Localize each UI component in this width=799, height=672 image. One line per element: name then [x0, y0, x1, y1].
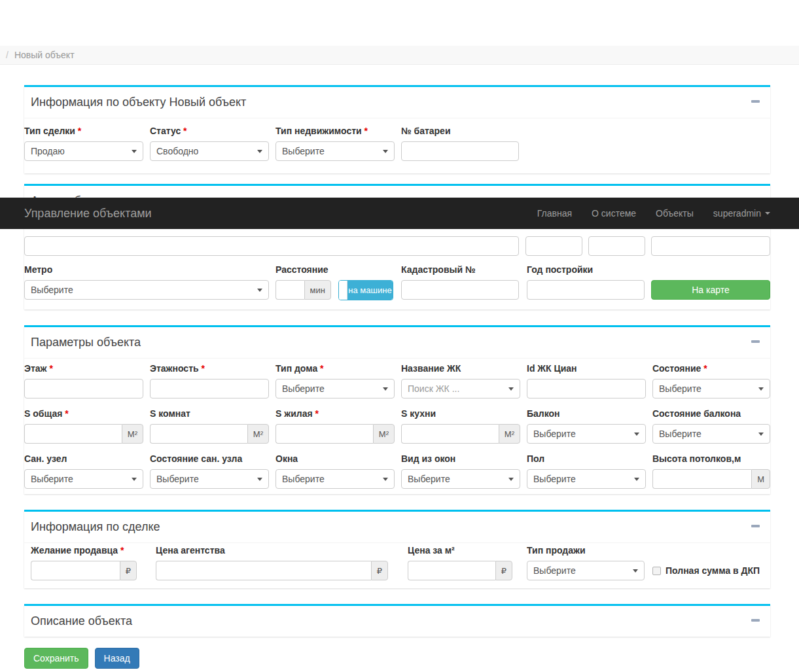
build-year-input[interactable] [527, 280, 645, 300]
address-extra-input-1[interactable] [525, 236, 582, 256]
section-params: Параметры объекта Этаж * Этажность * Тип… [24, 325, 770, 494]
complex-name-label: Название ЖК [401, 363, 520, 374]
bathroom-label: Сан. узел [24, 453, 143, 465]
section-title: Информация по объекту Новый объект [31, 96, 246, 109]
cadastre-input[interactable] [401, 280, 519, 300]
section-title: Описание объекта [31, 614, 132, 628]
section-deal-body: Желание продавца * ₽ Цена агентства ₽ Це… [24, 543, 770, 588]
sale-type-select[interactable]: Выберите [527, 561, 645, 580]
user-menu-label: superadmin [713, 208, 761, 219]
chevron-down-icon [132, 150, 137, 153]
balcony-state-label: Состояние балкона [652, 408, 770, 419]
toggle-knob [339, 281, 347, 300]
battery-number-label: № батареи [401, 126, 519, 137]
breadcrumb: / Новый объект [0, 46, 799, 65]
ceiling-height-label: Высота потолков,м [652, 453, 770, 465]
condition-select[interactable]: Выберите [652, 379, 770, 398]
collapse-minus-icon[interactable] [751, 619, 760, 622]
metro-label: Метро [24, 264, 269, 275]
minutes-addon: мин [304, 280, 331, 300]
ruble-addon: ₽ [371, 561, 388, 580]
area-rooms-label: S комнат [150, 408, 269, 419]
cian-id-label: Id ЖК Циан [527, 363, 646, 374]
chevron-down-icon [634, 478, 639, 481]
windows-label: Окна [275, 453, 395, 465]
nav-link-about[interactable]: О системе [582, 208, 646, 219]
collapse-minus-icon[interactable] [751, 340, 760, 343]
full-sum-dkp-label: Полная сумма в ДКП [666, 565, 760, 576]
floor-input[interactable] [24, 379, 143, 398]
ruble-addon: ₽ [495, 561, 512, 580]
bathroom-select[interactable]: Выберите [24, 469, 143, 489]
chevron-down-icon [508, 387, 514, 391]
collapse-minus-icon[interactable] [751, 100, 760, 103]
seller-wish-input[interactable] [31, 561, 120, 580]
m2-addon: М² [499, 424, 520, 444]
section-description: Описание объекта [24, 604, 770, 637]
address-extra-input-2[interactable] [588, 236, 645, 256]
section-params-header: Параметры объекта [24, 327, 770, 359]
agency-price-input[interactable] [156, 561, 371, 580]
nav-link-home[interactable]: Главная [527, 208, 582, 219]
chevron-down-icon [758, 387, 764, 391]
cian-id-input[interactable] [527, 379, 646, 398]
chevron-down-icon [633, 569, 638, 573]
section-deal-header: Информация по сделке [24, 512, 770, 543]
deal-type-select[interactable]: Продаю [24, 141, 143, 161]
m2-addon: М² [122, 424, 143, 444]
area-kitchen-input[interactable] [401, 424, 499, 444]
distance-input[interactable] [275, 280, 304, 300]
condition-label: Состояние * [652, 363, 770, 374]
section-title: Параметры объекта [31, 336, 141, 349]
nav-link-objects[interactable]: Объекты [646, 208, 703, 219]
floor-cover-select[interactable]: Выберите [527, 469, 646, 489]
save-button[interactable]: Сохранить [24, 648, 88, 669]
address-extra-input-3[interactable] [651, 236, 770, 256]
balcony-state-select[interactable]: Выберите [652, 424, 770, 444]
area-total-input[interactable] [24, 424, 122, 444]
balcony-select[interactable]: Выберите [527, 424, 646, 444]
chevron-down-icon [257, 289, 262, 292]
battery-number-input[interactable] [401, 141, 519, 161]
user-menu-dropdown[interactable]: superadmin [703, 208, 770, 219]
floors-total-label: Этажность * [150, 363, 269, 374]
address-input[interactable] [24, 236, 519, 256]
windows-select[interactable]: Выберите [275, 469, 395, 489]
realty-type-select[interactable]: Выберите [275, 141, 395, 161]
by-car-toggle[interactable]: на машине [338, 280, 393, 300]
full-sum-dkp-checkbox[interactable] [652, 567, 661, 575]
floor-cover-label: Пол [527, 453, 646, 465]
house-type-label: Тип дома * [275, 363, 395, 374]
floors-total-input[interactable] [150, 379, 269, 398]
house-type-select[interactable]: Выберите [275, 379, 395, 398]
bathroom-state-label: Состояние сан. узла [150, 453, 269, 465]
collapse-minus-icon[interactable] [751, 525, 760, 527]
form-container: Информация по объекту Новый объект Тип с… [24, 85, 770, 669]
price-per-m2-input[interactable] [408, 561, 495, 580]
area-rooms-input[interactable] [150, 424, 247, 444]
status-label: Статус * [150, 126, 269, 137]
area-living-input[interactable] [275, 424, 373, 444]
status-select[interactable]: Свободно [150, 141, 269, 161]
window-view-select[interactable]: Выберите [401, 469, 520, 489]
cadastre-label: Кадастровый № [401, 264, 519, 275]
complex-search-select[interactable]: Поиск ЖК ... [401, 379, 520, 398]
section-title: Информация по сделке [31, 520, 160, 533]
ruble-addon: ₽ [120, 561, 137, 580]
ceiling-height-input[interactable] [652, 469, 751, 489]
metro-select[interactable]: Выберите [24, 280, 269, 300]
chevron-down-icon [758, 433, 764, 436]
build-year-label: Год постройки [527, 264, 645, 275]
navbar-brand[interactable]: Управление объектами [0, 207, 152, 221]
section-deal: Информация по сделке Желание продавца * … [24, 510, 770, 588]
seller-wish-label: Желание продавца * [31, 545, 137, 556]
sale-type-label: Тип продажи [527, 545, 645, 556]
back-button[interactable]: Назад [95, 648, 139, 669]
chevron-down-icon [383, 150, 388, 153]
distance-label: Расстояние [275, 264, 331, 275]
on-map-button[interactable]: На карте [651, 280, 770, 300]
bathroom-state-select[interactable]: Выберите [150, 469, 269, 489]
navbar-links: Главная О системе Объекты superadmin [527, 208, 770, 219]
deal-type-label: Тип сделки * [24, 126, 143, 137]
realty-type-label: Тип недвижимости * [275, 126, 395, 137]
